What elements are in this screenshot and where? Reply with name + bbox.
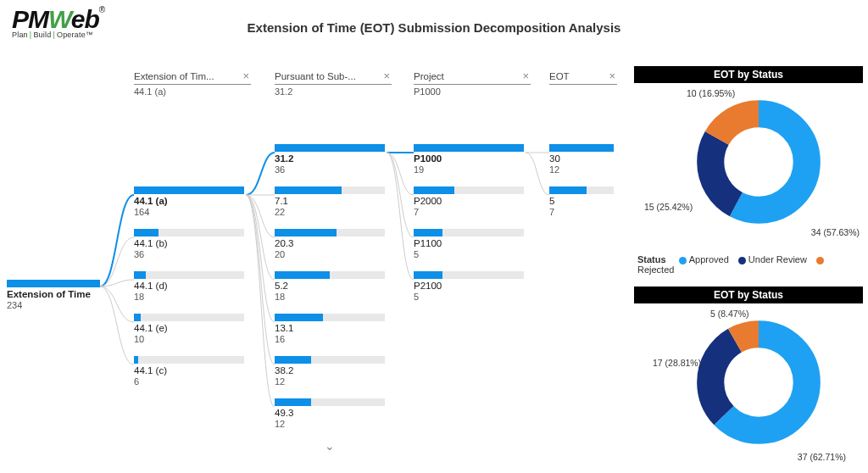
bar — [275, 398, 385, 406]
bar-fill — [275, 229, 337, 236]
tree-node[interactable]: P20007 — [414, 186, 524, 217]
column-eot: EOT × 301257 — [549, 70, 617, 90]
legend-item[interactable]: Under Review — [748, 254, 807, 264]
tree-node[interactable]: 20.320 — [275, 229, 385, 259]
node-value: 10 — [134, 334, 244, 344]
tree-node[interactable]: 44.1 (b)36 — [134, 229, 244, 259]
column-ext-clause: Extension of Tim... × 44.1 (a) 44.1 (a)1… — [134, 70, 251, 102]
bar — [275, 144, 385, 152]
node-value: 12 — [275, 376, 385, 387]
node-value: 6 — [134, 376, 244, 387]
bar-fill — [134, 356, 138, 364]
bar-fill — [134, 229, 159, 236]
node-label: 31.2 — [275, 153, 385, 164]
slice-label-nuteral: 5 (8.47%) — [710, 309, 749, 319]
node-value: 234 — [7, 300, 107, 310]
column-header[interactable]: EOT × — [549, 70, 617, 85]
chevron-down-icon[interactable]: ⌄ — [275, 439, 385, 453]
bar — [134, 356, 244, 364]
chart-body[interactable]: 34 (57.63%) 15 (25.42%) 10 (16.95%) — [634, 83, 863, 253]
chart-status: EOT by Status 34 (57.63%) 15 (25.42%) 10… — [634, 66, 863, 280]
slice-label-rejected: 10 (16.95%) — [687, 88, 735, 98]
tree-node[interactable]: 3012 — [549, 144, 614, 175]
legend-item[interactable]: Rejected — [637, 264, 674, 275]
tree-node[interactable]: 49.312 — [275, 398, 385, 429]
node-value: 12 — [549, 164, 614, 175]
node-label: 44.1 (c) — [134, 365, 244, 376]
column-selected: P1000 — [414, 86, 531, 97]
chart-body[interactable]: 37 (62.71%) 17 (28.81%) 5 (8.47%) — [634, 303, 863, 473]
root-node[interactable]: Extension of Time 234 — [7, 280, 107, 310]
tree-node[interactable]: 7.122 — [275, 186, 385, 217]
bar — [134, 314, 244, 321]
swatch-underreview[interactable] — [738, 257, 746, 264]
chart-title: EOT by Status — [634, 287, 863, 303]
bar — [275, 356, 385, 364]
node-label: 44.1 (a) — [134, 196, 244, 207]
bar — [275, 271, 385, 279]
bar — [549, 186, 614, 194]
node-value: 5 — [414, 292, 524, 302]
tree-node[interactable]: 44.1 (c)6 — [134, 356, 244, 387]
swatch-rejected[interactable] — [816, 257, 824, 264]
tree-node[interactable]: P11005 — [414, 229, 524, 259]
tree-node[interactable]: 44.1 (e)10 — [134, 314, 244, 344]
node-label: 20.3 — [275, 238, 385, 249]
node-value: 16 — [275, 334, 385, 344]
close-icon[interactable]: × — [241, 70, 251, 82]
tree-node[interactable]: P21005 — [414, 271, 524, 302]
node-value: 22 — [275, 207, 385, 217]
node-label: 13.1 — [275, 323, 385, 334]
chart-title: EOT by Status — [634, 66, 863, 83]
node-label: 7.1 — [275, 196, 385, 207]
donut-chart[interactable] — [695, 98, 822, 225]
column-title: Extension of Tim... — [134, 71, 214, 81]
bar — [414, 271, 524, 279]
close-icon[interactable]: × — [381, 70, 392, 82]
tree-node[interactable]: 38.212 — [275, 356, 385, 387]
tree-node[interactable]: 5.218 — [275, 271, 385, 302]
legend[interactable]: Status Approved Under Review Rejected — [634, 253, 863, 280]
tree-node[interactable]: 44.1 (d)18 — [134, 271, 244, 302]
tree-node[interactable]: P100019 — [414, 144, 524, 175]
slice-label-contractor: 17 (28.81%) — [653, 358, 701, 368]
tree-node[interactable]: 31.236 — [275, 144, 385, 175]
bar — [275, 314, 385, 321]
bar-fill — [275, 398, 311, 406]
column-header[interactable]: Extension of Tim... × — [134, 70, 251, 85]
node-label: 44.1 (d) — [134, 281, 244, 292]
close-icon[interactable]: × — [607, 70, 617, 82]
bar-fill — [275, 271, 330, 279]
tree-node[interactable]: 44.1 (a)164 — [134, 186, 244, 217]
bar — [414, 186, 524, 194]
tree-node[interactable]: 13.116 — [275, 314, 385, 344]
bar — [275, 186, 385, 194]
node-label: 49.3 — [275, 408, 385, 419]
bar-fill — [549, 144, 614, 152]
column-header[interactable]: Project × — [414, 70, 531, 85]
legend-item[interactable]: Approved — [689, 254, 729, 264]
node-value: 18 — [275, 292, 385, 302]
node-label: 38.2 — [275, 365, 385, 376]
column-title: Project — [414, 71, 444, 81]
tree-node[interactable]: 57 — [549, 186, 614, 217]
node-value: 20 — [275, 249, 385, 259]
node-value: 5 — [414, 249, 524, 259]
charts-panel: EOT by Status 34 (57.63%) 15 (25.42%) 10… — [634, 66, 863, 473]
column-selected: 31.2 — [275, 86, 392, 97]
column-header[interactable]: Pursuant to Sub-... × — [275, 70, 392, 85]
node-value: 7 — [549, 207, 614, 217]
donut-chart[interactable] — [695, 319, 822, 446]
swatch-approved[interactable] — [679, 257, 687, 264]
slice-label-owner: 37 (62.71%) — [798, 452, 846, 462]
bar-fill — [549, 186, 587, 194]
decomposition-tree[interactable]: Extension of Time 234 Extension of Tim..… — [7, 70, 617, 468]
bar — [134, 186, 244, 194]
node-label: 44.1 (b) — [134, 238, 244, 249]
bar-fill — [414, 186, 454, 194]
column-selected: 44.1 (a) — [134, 86, 251, 97]
bar — [7, 280, 100, 287]
bar-fill — [7, 280, 100, 287]
node-value: 19 — [414, 164, 524, 175]
close-icon[interactable]: × — [520, 70, 531, 82]
